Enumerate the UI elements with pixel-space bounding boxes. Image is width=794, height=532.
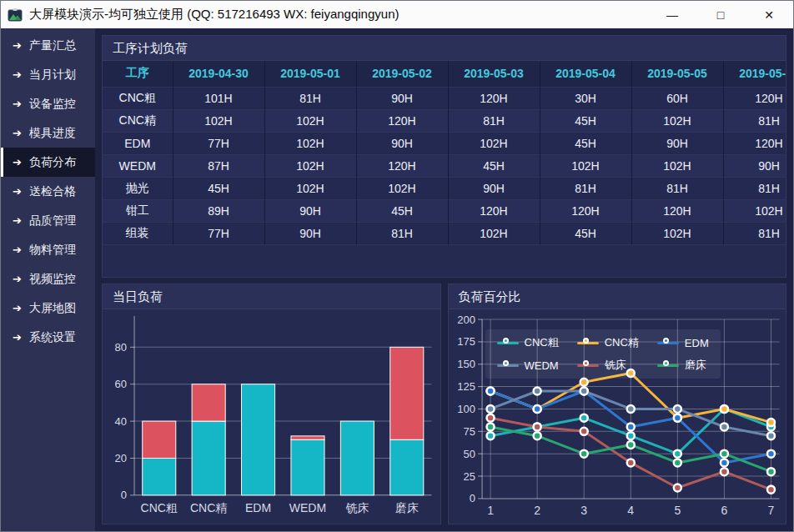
- svg-text:5: 5: [674, 504, 681, 517]
- arrow-icon: ➔: [13, 273, 22, 285]
- sidebar-item-label: 模具进度: [29, 126, 76, 141]
- arrow-icon: ➔: [13, 98, 22, 110]
- schedule-table: 工序2019-04-302019-05-012019-05-022019-05-…: [103, 61, 786, 245]
- table-cell: 120H: [631, 199, 723, 222]
- table-cell: 90H: [448, 177, 540, 199]
- arrow-icon: ➔: [13, 127, 22, 139]
- table-cell: 102H: [448, 132, 540, 154]
- svg-text:1: 1: [487, 504, 494, 517]
- table-cell: 120H: [448, 199, 540, 222]
- bar-segment: [390, 439, 424, 495]
- maximize-button[interactable]: □: [696, 1, 745, 28]
- table-cell: 102H: [631, 154, 723, 177]
- svg-text:80: 80: [115, 341, 127, 354]
- sidebar-item-大屏地图[interactable]: ➔大屏地图: [1, 294, 95, 323]
- column-header: 工序: [103, 61, 173, 87]
- legend-label: 磨床: [685, 358, 706, 373]
- minimize-button[interactable]: —: [648, 1, 696, 28]
- table-row: 钳工89H90H45H120H120H120H102H: [103, 199, 786, 222]
- sidebar-item-模具进度[interactable]: ➔模具进度: [1, 118, 95, 148]
- table-cell: 81H: [723, 177, 786, 199]
- table-cell: 87H: [173, 154, 264, 177]
- legend-item-WEDM[interactable]: WEDM: [497, 358, 559, 373]
- sidebar-item-负荷分布[interactable]: ➔负荷分布: [1, 148, 95, 177]
- svg-text:150: 150: [457, 358, 475, 370]
- legend-item-磨床[interactable]: 磨床: [657, 358, 709, 373]
- sidebar-item-物料管理[interactable]: ➔物料管理: [1, 235, 95, 264]
- sidebar-item-label: 物料管理: [29, 243, 76, 258]
- legend-item-铣床[interactable]: 铣床: [577, 358, 639, 373]
- table-cell: 45H: [540, 132, 631, 154]
- sidebar-item-品质管理[interactable]: ➔品质管理: [1, 206, 95, 235]
- table-cell: 90H: [631, 132, 723, 154]
- close-button[interactable]: ✕: [745, 1, 793, 28]
- legend-marker: [657, 342, 679, 344]
- sidebar-item-label: 视频监控: [29, 272, 76, 287]
- sidebar-item-系统设置[interactable]: ➔系统设置: [1, 323, 95, 352]
- table-cell: 81H: [356, 222, 448, 244]
- sidebar-item-视频监控[interactable]: ➔视频监控: [1, 264, 95, 294]
- bar-chart: 020406080CNC粗CNC精EDMWEDM铣床磨床: [103, 309, 440, 524]
- sidebar-item-产量汇总[interactable]: ➔产量汇总: [1, 31, 95, 60]
- arrow-icon: ➔: [13, 243, 22, 256]
- table-cell: 101H: [173, 87, 264, 109]
- column-header: 2019-04-30: [173, 61, 264, 87]
- legend-label: CNC精: [605, 335, 639, 350]
- line-chart-area: 02550751001251501752001234567 CNC粗CNC精ED…: [449, 309, 786, 524]
- arrow-icon: ➔: [13, 331, 22, 344]
- legend-dot: [663, 338, 669, 344]
- bar-segment: [390, 347, 424, 439]
- table-cell: 45H: [448, 154, 540, 177]
- table-cell: 102H: [264, 132, 356, 154]
- arrow-icon: ➔: [13, 68, 22, 81]
- legend-marker: [497, 364, 519, 367]
- legend-marker: [577, 342, 599, 344]
- sidebar-item-label: 设备监控: [29, 97, 76, 112]
- arrow-icon: ➔: [13, 214, 22, 227]
- legend-marker: [497, 342, 519, 344]
- svg-text:100: 100: [457, 403, 475, 415]
- arrow-icon: ➔: [13, 185, 22, 198]
- sidebar: ➔产量汇总➔当月计划➔设备监控➔模具进度➔负荷分布➔送检合格➔品质管理➔物料管理…: [1, 28, 95, 531]
- table-cell: 钳工: [103, 199, 173, 222]
- legend-dot: [583, 360, 589, 366]
- table-cell: 45H: [540, 222, 631, 244]
- legend-item-CNC精[interactable]: CNC精: [577, 335, 639, 350]
- table-cell: 102H: [540, 154, 631, 177]
- table-cell: 81H: [264, 87, 356, 109]
- svg-text:200: 200: [457, 314, 475, 326]
- table-cell: 组装: [103, 222, 173, 244]
- sidebar-item-label: 产量汇总: [29, 38, 76, 53]
- column-header: 2019-05-06: [723, 61, 786, 87]
- table-cell: 90H: [723, 154, 786, 177]
- legend-marker: [657, 364, 679, 367]
- table-row: CNC精102H102H120H81H45H102H81H: [103, 109, 786, 132]
- table-cell: 45H: [356, 199, 448, 222]
- table-cell: 81H: [723, 109, 786, 132]
- panel-process-schedule: 工序计划负荷 工序2019-04-302019-05-012019-05-022…: [102, 35, 786, 278]
- table-cell: EDM: [103, 132, 173, 154]
- table-cell: 102H: [448, 222, 540, 244]
- legend-label: EDM: [685, 337, 709, 349]
- panel-title-today: 当日负荷: [103, 284, 440, 309]
- svg-text:0: 0: [469, 492, 475, 504]
- svg-text:125: 125: [457, 380, 475, 393]
- sidebar-item-当月计划[interactable]: ➔当月计划: [1, 60, 95, 89]
- bar-segment: [291, 436, 324, 439]
- table-cell: 120H: [356, 154, 448, 177]
- legend-marker: [577, 364, 599, 367]
- table-cell: 60H: [631, 87, 723, 109]
- table-cell: 77H: [173, 132, 264, 154]
- svg-text:CNC粗: CNC粗: [141, 501, 178, 514]
- table-cell: 120H: [540, 199, 631, 222]
- table-cell: 81H: [448, 109, 540, 132]
- legend-item-CNC粗[interactable]: CNC粗: [497, 335, 559, 350]
- table-cell: WEDM: [103, 154, 173, 177]
- svg-text:40: 40: [115, 415, 127, 428]
- legend-item-EDM[interactable]: EDM: [657, 335, 709, 350]
- sidebar-item-送检合格[interactable]: ➔送检合格: [1, 177, 95, 206]
- bar-segment: [143, 421, 176, 458]
- panel-title-schedule: 工序计划负荷: [103, 36, 786, 61]
- sidebar-item-设备监控[interactable]: ➔设备监控: [1, 89, 95, 118]
- legend-dot: [503, 338, 509, 344]
